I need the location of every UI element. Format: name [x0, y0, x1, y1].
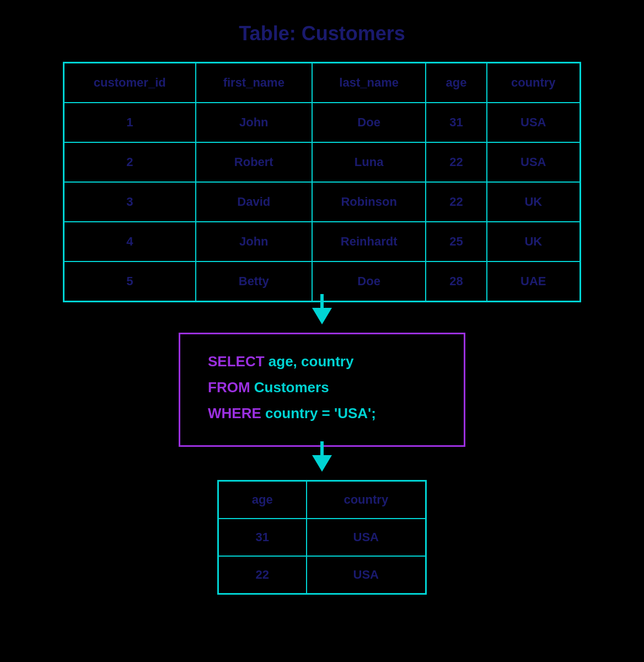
table-cell: 25: [426, 222, 486, 261]
table-cell: Robinson: [312, 182, 426, 222]
table-header-row: customer_id first_name last_name age cou…: [64, 63, 581, 103]
table-cell: 5: [64, 261, 196, 302]
sql-from-table: Customers: [250, 379, 329, 396]
sql-query-box: SELECT age, country FROM Customers WHERE…: [179, 333, 465, 447]
sql-line-1: SELECT age, country: [208, 351, 436, 372]
table-cell: UAE: [487, 261, 581, 302]
table-cell: Robert: [196, 142, 312, 182]
table-cell: 2: [64, 142, 196, 182]
table-cell: 31: [426, 103, 486, 142]
table-cell: Doe: [312, 261, 426, 302]
sql-line-3: WHERE country = 'USA';: [208, 403, 436, 424]
table-cell: Doe: [312, 103, 426, 142]
table-cell: UK: [487, 182, 581, 222]
col-header-first-name: first_name: [196, 63, 312, 103]
sql-keyword-select: SELECT: [208, 353, 265, 370]
table-cell: UK: [487, 222, 581, 261]
col-header-customer-id: customer_id: [64, 63, 196, 103]
result-row: 31USA: [218, 519, 426, 556]
result-cell: USA: [307, 519, 426, 556]
table-cell: 22: [426, 182, 486, 222]
sql-select-fields: age, country: [265, 353, 354, 370]
col-header-last-name: last_name: [312, 63, 426, 103]
customers-table: customer_id first_name last_name age cou…: [63, 62, 581, 302]
table-cell: 22: [426, 142, 486, 182]
table-cell: 1: [64, 103, 196, 142]
arrow-icon-1: [312, 308, 332, 324]
table-row: 3DavidRobinson22UK: [64, 182, 581, 222]
sql-line-2: FROM Customers: [208, 377, 436, 398]
table-row: 4JohnReinhardt25UK: [64, 222, 581, 261]
table-cell: David: [196, 182, 312, 222]
table-cell: John: [196, 103, 312, 142]
table-cell: 4: [64, 222, 196, 261]
col-header-age: age: [426, 63, 486, 103]
table-cell: Reinhardt: [312, 222, 426, 261]
result-table: age country 31USA22USA: [217, 480, 427, 595]
table-row: 2RobertLuna22USA: [64, 142, 581, 182]
result-row: 22USA: [218, 556, 426, 594]
table-cell: Betty: [196, 261, 312, 302]
result-cell: USA: [307, 556, 426, 594]
col-header-country: country: [487, 63, 581, 103]
result-col-country: country: [307, 481, 426, 519]
result-header-row: age country: [218, 481, 426, 519]
table-cell: USA: [487, 142, 581, 182]
arrow-down-2: [312, 455, 332, 472]
sql-keyword-from: FROM: [208, 379, 250, 396]
table-cell: John: [196, 222, 312, 261]
result-cell: 31: [218, 519, 307, 556]
table-cell: 3: [64, 182, 196, 222]
table-cell: Luna: [312, 142, 426, 182]
arrow-down-1: [312, 308, 332, 324]
table-cell: 28: [426, 261, 486, 302]
result-cell: 22: [218, 556, 307, 594]
arrow-icon-2: [312, 455, 332, 472]
result-col-age: age: [218, 481, 307, 519]
table-cell: USA: [487, 103, 581, 142]
sql-where-condition: country = 'USA';: [261, 405, 376, 421]
table-row: 1JohnDoe31USA: [64, 103, 581, 142]
page-title: Table: Customers: [239, 22, 405, 45]
sql-keyword-where: WHERE: [208, 405, 261, 421]
